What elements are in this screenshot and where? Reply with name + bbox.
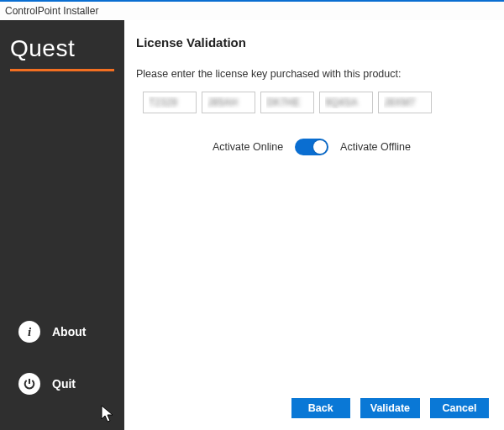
license-key-seg2[interactable] <box>202 92 255 113</box>
info-icon: i <box>18 321 40 343</box>
sidebar-item-quit[interactable]: Quit <box>0 364 124 403</box>
activation-toggle[interactable] <box>295 139 328 155</box>
instruction-text: Please enter the license key purchased w… <box>136 68 487 80</box>
power-icon <box>18 373 40 395</box>
brand-logo: Quest <box>0 20 124 80</box>
sidebar-item-label: Quit <box>52 377 76 391</box>
window-title: ControlPoint Installer <box>5 5 98 17</box>
brand-name: Quest <box>10 35 114 62</box>
toggle-knob <box>313 140 327 154</box>
toggle-label-online: Activate Online <box>213 141 283 153</box>
sidebar-item-about[interactable]: i About <box>0 312 124 351</box>
brand-underline <box>10 69 114 71</box>
sidebar: Quest i About Quit <box>0 20 124 430</box>
installer-window: ControlPoint Installer Quest i About <box>0 0 504 430</box>
validate-button[interactable]: Validate <box>360 398 420 418</box>
footer-buttons: Back Validate Cancel <box>291 398 489 418</box>
license-key-seg4[interactable] <box>319 92 373 113</box>
main-panel: License Validation Please enter the lice… <box>124 20 504 430</box>
toggle-label-offline: Activate Offline <box>340 141 411 153</box>
license-key-seg1[interactable] <box>143 92 197 113</box>
activation-toggle-row: Activate Online Activate Offline <box>136 139 487 155</box>
sidebar-item-label: About <box>52 325 86 338</box>
cancel-button[interactable]: Cancel <box>430 398 489 418</box>
license-key-seg5[interactable] <box>378 92 432 113</box>
window-body: Quest i About Quit License Valida <box>0 20 504 430</box>
sidebar-spacer <box>0 80 124 312</box>
window-titlebar: ControlPoint Installer <box>0 2 504 20</box>
page-title: License Validation <box>136 35 487 50</box>
license-key-row <box>136 92 487 113</box>
back-button[interactable]: Back <box>291 398 350 418</box>
license-key-seg3[interactable] <box>260 92 314 113</box>
